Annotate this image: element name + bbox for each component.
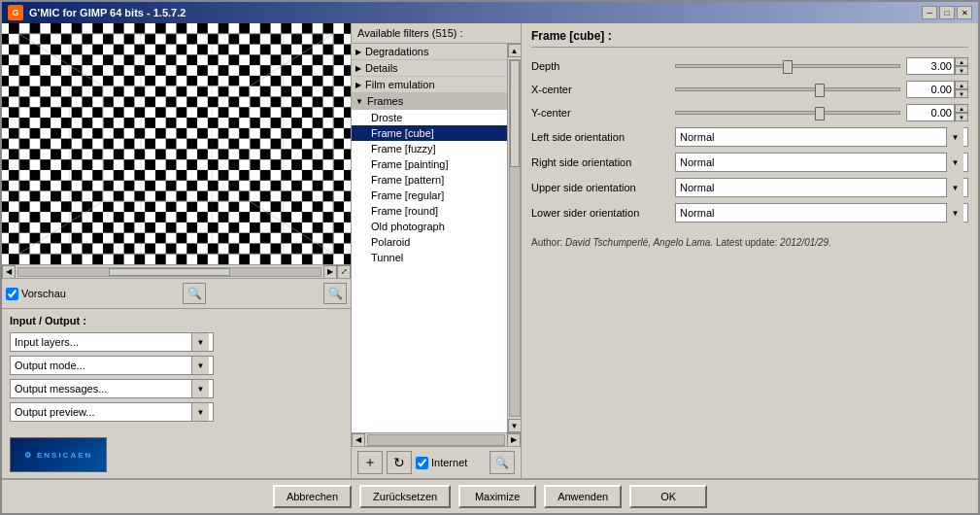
filter-item-droste[interactable]: Droste: [352, 110, 507, 125]
lower-orientation-arrow[interactable]: ▼: [946, 203, 963, 223]
maximize-button[interactable]: Maximize: [458, 485, 536, 508]
preview-hscrollbar: ◀ ▶ ⤢: [2, 264, 351, 278]
details-label: Details: [365, 62, 398, 74]
filter-item-frame-fuzzy[interactable]: Frame [fuzzy]: [352, 141, 507, 156]
category-details[interactable]: ▶ Details: [352, 60, 507, 77]
scroll-right-btn[interactable]: ▶: [323, 265, 337, 279]
depth-up-btn[interactable]: ▲: [955, 57, 968, 66]
filter-item-old-photograph[interactable]: Old photograph: [352, 219, 507, 234]
main-content: ◀ ▶ ⤢ Vorschau 🔍 🔍: [2, 23, 978, 478]
upper-orientation-row: Upper side orientation Normal ▼: [531, 178, 968, 197]
scroll-track-h[interactable]: [17, 267, 321, 277]
maximize-button[interactable]: □: [939, 6, 955, 19]
output-messages-arrow[interactable]: ▼: [191, 380, 209, 397]
preview-canvas: [2, 23, 351, 264]
filter-item-frame-cube[interactable]: Frame [cube]: [352, 125, 507, 141]
close-button[interactable]: ✕: [957, 6, 972, 19]
output-preview-dropdown[interactable]: Output preview... ▼: [10, 402, 214, 422]
category-film-emulation[interactable]: ▶ Film emulation: [352, 77, 507, 93]
depth-row: Depth 3.00 ▲ ▼: [531, 57, 968, 75]
filter-hscroll-right-btn[interactable]: ▶: [507, 433, 521, 447]
expand-preview-btn[interactable]: ⤢: [337, 265, 351, 279]
frame-fuzzy-label: Frame [fuzzy]: [371, 143, 436, 154]
depth-spinner: ▲ ▼: [955, 57, 968, 75]
right-orientation-arrow[interactable]: ▼: [946, 153, 963, 172]
internet-checkbox-label[interactable]: Internet: [416, 457, 467, 469]
preview-checkbox[interactable]: [6, 288, 18, 300]
preview-checkbox-label[interactable]: Vorschau: [6, 288, 66, 300]
add-icon: ＋: [363, 454, 377, 471]
minimize-button[interactable]: ─: [922, 6, 937, 19]
left-orientation-label: Left side orientation: [531, 131, 667, 143]
filter-scroll-down-btn[interactable]: ▼: [508, 419, 522, 432]
filter-item-tunnel[interactable]: Tunnel: [352, 250, 507, 265]
ycenter-slider-track[interactable]: [675, 111, 900, 115]
xcenter-value[interactable]: 0.00: [906, 81, 955, 98]
filter-item-frame-regular[interactable]: Frame [regular]: [352, 188, 507, 203]
xcenter-slider-thumb[interactable]: [815, 84, 825, 97]
filter-vscrollbar: ▲ ▼: [507, 44, 521, 432]
depth-slider-thumb[interactable]: [783, 60, 793, 74]
filter-list-container: ▶ Degradations ▶ Details ▶ Film emulatio…: [352, 44, 521, 432]
scroll-thumb-h[interactable]: [109, 268, 229, 276]
xcenter-down-btn[interactable]: ▼: [955, 89, 968, 98]
anwenden-button[interactable]: Anwenden: [544, 485, 622, 508]
filter-scroll-track[interactable]: [509, 59, 521, 417]
zoom-filter-btn[interactable]: 🔍: [490, 451, 515, 474]
xcenter-slider-track[interactable]: [675, 87, 900, 91]
ycenter-value[interactable]: 0.00: [906, 104, 955, 121]
input-layers-label: Input layers...: [15, 336, 79, 348]
frames-arrow: ▼: [355, 97, 363, 106]
left-orientation-dropdown[interactable]: Normal ▼: [675, 127, 968, 147]
input-layers-dropdown[interactable]: Input layers... ▼: [10, 332, 214, 352]
titlebar-left: G G'MIC for GIMP 64 bits - 1.5.7.2: [8, 5, 186, 20]
ycenter-down-btn[interactable]: ▼: [955, 113, 968, 121]
zoom-in-btn[interactable]: 🔍: [323, 283, 347, 304]
ycenter-up-btn[interactable]: ▲: [955, 104, 968, 113]
left-orientation-arrow[interactable]: ▼: [946, 127, 963, 147]
depth-slider-container: 3.00 ▲ ▼: [675, 57, 968, 75]
filter-item-frame-painting[interactable]: Frame [painting]: [352, 156, 507, 172]
filter-scroll-thumb[interactable]: [510, 60, 520, 167]
output-messages-dropdown[interactable]: Output messages... ▼: [10, 379, 214, 398]
output-mode-arrow[interactable]: ▼: [191, 357, 209, 374]
filter-hscroll-track[interactable]: [367, 434, 505, 446]
depth-slider-track[interactable]: [675, 64, 900, 68]
scroll-left-btn[interactable]: ◀: [2, 265, 16, 279]
xcenter-up-btn[interactable]: ▲: [955, 81, 968, 89]
preview-label: Vorschau: [21, 288, 66, 299]
abbrechen-button[interactable]: Abbrechen: [273, 485, 352, 508]
input-layers-arrow[interactable]: ▼: [191, 333, 209, 351]
filter-scroll-up-btn[interactable]: ▲: [508, 44, 522, 57]
film-emulation-label: Film emulation: [365, 79, 435, 90]
depth-down-btn[interactable]: ▼: [955, 66, 968, 75]
zoom-out-icon: 🔍: [187, 287, 202, 300]
upper-orientation-arrow[interactable]: ▼: [946, 178, 963, 197]
left-orientation-value: Normal: [680, 131, 714, 143]
filter-item-frame-pattern[interactable]: Frame [pattern]: [352, 172, 507, 188]
refresh-filters-btn[interactable]: ↻: [387, 451, 412, 474]
category-degradations[interactable]: ▶ Degradations: [352, 44, 507, 60]
right-orientation-dropdown[interactable]: Normal ▼: [675, 153, 968, 172]
ensicaen-logo: ⚙ ENSICAEN: [10, 437, 107, 472]
logo-text: ⚙ ENSICAEN: [24, 451, 93, 460]
ycenter-row: Y-center 0.00 ▲ ▼: [531, 104, 968, 121]
filter-item-frame-round[interactable]: Frame [round]: [352, 203, 507, 219]
xcenter-label: X-center: [531, 84, 667, 95]
zoom-out-btn[interactable]: 🔍: [183, 283, 206, 304]
add-filter-btn[interactable]: ＋: [357, 451, 383, 474]
output-preview-arrow[interactable]: ▼: [191, 403, 209, 421]
depth-value[interactable]: 3.00: [906, 57, 955, 75]
output-preview-label: Output preview...: [15, 406, 95, 418]
ycenter-slider-thumb[interactable]: [815, 107, 825, 120]
filter-hscroll-left-btn[interactable]: ◀: [352, 433, 365, 447]
category-frames[interactable]: ▼ Frames: [352, 93, 507, 110]
output-mode-dropdown[interactable]: Output mode... ▼: [10, 356, 214, 375]
lower-orientation-dropdown[interactable]: Normal ▼: [675, 203, 968, 223]
filter-item-polaroid[interactable]: Polaroid: [352, 234, 507, 250]
ycenter-spinner: ▲ ▼: [955, 104, 968, 121]
upper-orientation-dropdown[interactable]: Normal ▼: [675, 178, 968, 197]
internet-checkbox[interactable]: [416, 457, 428, 469]
ok-button[interactable]: OK: [629, 485, 707, 508]
zuruecksetzen-button[interactable]: Zurücksetzen: [359, 485, 451, 508]
